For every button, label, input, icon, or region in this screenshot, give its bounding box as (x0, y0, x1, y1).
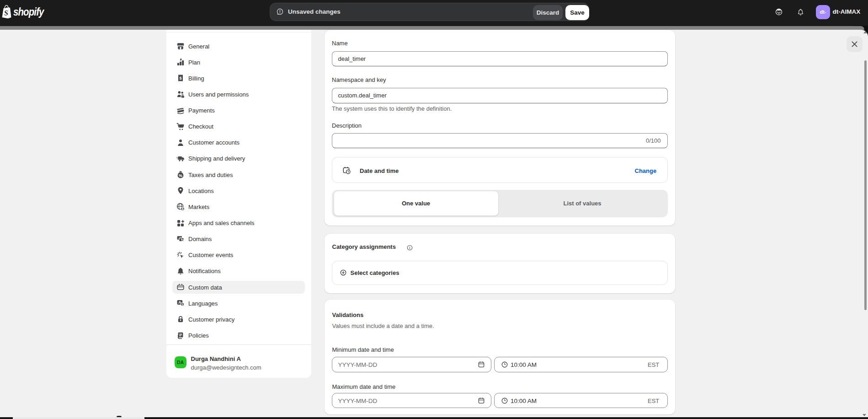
svg-text:$: $ (179, 76, 181, 81)
svg-text:$: $ (182, 207, 184, 211)
svg-text:S: S (4, 9, 8, 17)
svg-text:%: % (179, 173, 182, 178)
